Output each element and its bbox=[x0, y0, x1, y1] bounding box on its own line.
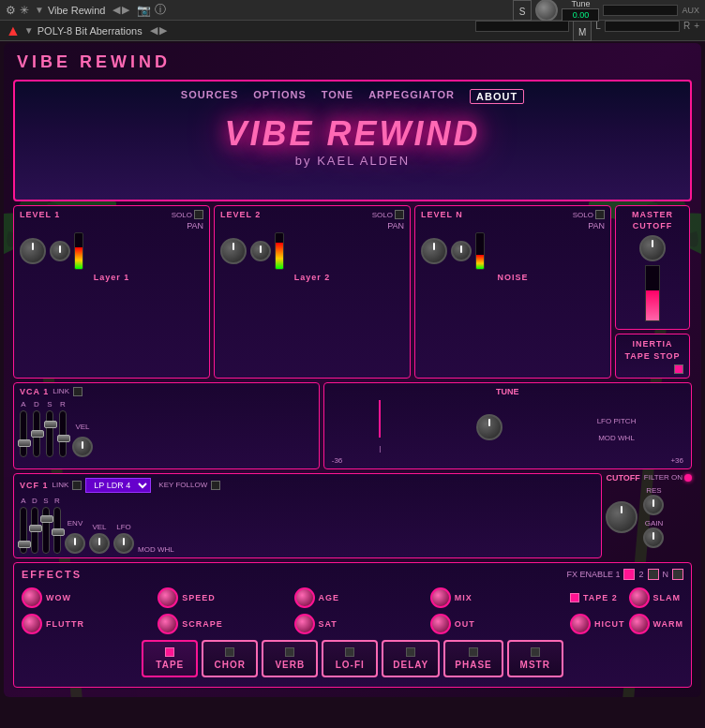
vca-s-thumb[interactable] bbox=[44, 421, 57, 428]
vca-s-slider[interactable] bbox=[46, 410, 53, 457]
tab-tone[interactable]: TONE bbox=[322, 89, 353, 104]
title-arrow[interactable]: ▼ bbox=[35, 5, 44, 15]
second-arrow[interactable]: ▼ bbox=[24, 25, 34, 36]
solo1-checkbox[interactable] bbox=[194, 210, 203, 219]
vcf-a-slider[interactable] bbox=[20, 507, 27, 554]
tab-arpeggiator[interactable]: ARPEGGIATOR bbox=[368, 89, 455, 104]
level2-knob[interactable] bbox=[220, 238, 247, 264]
fx-out-knob[interactable] bbox=[430, 614, 451, 634]
s-button[interactable]: S bbox=[513, 0, 532, 21]
vca-d-slider[interactable] bbox=[33, 410, 40, 457]
vcf-vel-knob[interactable] bbox=[89, 533, 110, 554]
vca-r-thumb[interactable] bbox=[57, 435, 70, 442]
fx-scrape-knob[interactable] bbox=[158, 614, 178, 634]
vca-a-thumb[interactable] bbox=[18, 439, 31, 447]
panN-knob[interactable] bbox=[451, 241, 472, 261]
soloN-checkbox[interactable] bbox=[595, 210, 605, 219]
vca-link-checkbox[interactable] bbox=[73, 387, 82, 396]
title-prev[interactable]: ◀ bbox=[112, 4, 120, 16]
fx-speed-knob[interactable] bbox=[158, 587, 178, 608]
tune-box: TUNE | LFO PITCH MOD WHL bbox=[323, 382, 692, 469]
gain-knob[interactable] bbox=[643, 527, 664, 548]
tape-button[interactable]: TAPE bbox=[142, 640, 198, 677]
level2-box: LEVEL 2 SOLO PAN Layer 2 bbox=[214, 205, 411, 379]
fx-sat-knob[interactable] bbox=[294, 614, 315, 634]
fx-sat: SAT bbox=[294, 614, 427, 634]
vcf-d-slider[interactable] bbox=[31, 507, 38, 554]
level1-box: LEVEL 1 SOLO PAN Layer 1 bbox=[13, 205, 210, 379]
inertia-label: INERTIATAPE STOP bbox=[622, 338, 683, 362]
r-button[interactable]: R bbox=[683, 21, 690, 41]
title-next[interactable]: ▶ bbox=[122, 4, 129, 16]
vcf-s-slider[interactable] bbox=[42, 507, 50, 554]
pan2-knob[interactable] bbox=[250, 241, 271, 261]
vca-vel-knob[interactable] bbox=[72, 437, 93, 457]
inertia-checkbox[interactable] bbox=[674, 364, 683, 374]
fx-fluttr: FLUTTR bbox=[22, 614, 154, 634]
fx-enable1-btn[interactable] bbox=[623, 569, 635, 580]
level1-knob[interactable] bbox=[20, 238, 46, 264]
preset-next[interactable]: ▶ bbox=[159, 24, 167, 37]
fx-speed-label: SPEED bbox=[182, 593, 216, 602]
vcf-env-knob[interactable] bbox=[65, 533, 85, 554]
effects-section: EFFECTS FX ENABLE 1 2 N WOW bbox=[13, 562, 692, 688]
vcf-env-label: ENV bbox=[68, 519, 82, 527]
preset-prev[interactable]: ◀ bbox=[150, 24, 158, 37]
tune-knob[interactable] bbox=[535, 0, 558, 22]
tab-sources[interactable]: SOURCES bbox=[181, 89, 238, 104]
m-button[interactable]: M bbox=[573, 21, 592, 41]
plus-icon[interactable]: + bbox=[694, 21, 699, 41]
vcf-d-thumb[interactable] bbox=[29, 525, 42, 532]
fx-slam-knob[interactable] bbox=[629, 587, 650, 608]
levelN-knob[interactable] bbox=[421, 238, 447, 264]
vca-d-thumb[interactable] bbox=[31, 430, 44, 438]
vca-a-slider[interactable] bbox=[20, 410, 27, 457]
phase-button[interactable]: PHASE bbox=[443, 640, 502, 677]
tab-about[interactable]: ABOUT bbox=[470, 89, 524, 104]
tab-options[interactable]: OPTIONS bbox=[253, 89, 307, 104]
fx-hicut-knob[interactable] bbox=[570, 614, 591, 634]
snowflake-icon[interactable]: ✳ bbox=[20, 4, 29, 17]
vcf-a-thumb[interactable] bbox=[18, 541, 31, 548]
chor-button[interactable]: CHOR bbox=[202, 640, 258, 677]
info-icon[interactable]: ⓘ bbox=[155, 2, 166, 18]
filter-on-led[interactable] bbox=[684, 474, 692, 482]
camera-icon[interactable]: 📷 bbox=[137, 4, 151, 17]
fx-age-knob[interactable] bbox=[294, 587, 315, 608]
instrument-title: VIBE REWIND bbox=[9, 49, 696, 76]
res-knob[interactable] bbox=[643, 495, 664, 515]
lofi-button[interactable]: LO-FI bbox=[322, 640, 378, 677]
l-button[interactable]: L bbox=[595, 21, 601, 41]
tune-knob-main[interactable] bbox=[476, 414, 502, 440]
fx-fluttr-knob[interactable] bbox=[22, 614, 42, 634]
settings-icon[interactable]: ⚙ bbox=[6, 4, 16, 17]
master-cutoff-knob[interactable] bbox=[639, 235, 666, 261]
key-follow-checkbox[interactable] bbox=[211, 481, 220, 490]
levels-section: LEVEL 1 SOLO PAN Layer 1 bbox=[13, 205, 692, 379]
vcf-s-thumb[interactable] bbox=[40, 515, 53, 523]
vcf-filter-select[interactable]: LP LDR 4 bbox=[85, 478, 151, 493]
vcf-r-thumb[interactable] bbox=[52, 528, 65, 536]
vcf-link-checkbox[interactable] bbox=[72, 481, 82, 490]
mstr-button[interactable]: MSTR bbox=[507, 640, 563, 677]
pan1-knob[interactable] bbox=[50, 241, 70, 261]
delay-button[interactable]: DELAY bbox=[382, 640, 440, 677]
vca-r-slider[interactable] bbox=[59, 410, 67, 457]
vcf-r-slider[interactable] bbox=[53, 507, 61, 554]
tape2-led[interactable] bbox=[570, 593, 579, 602]
level2-meter bbox=[275, 232, 284, 270]
verb-button[interactable]: VERB bbox=[262, 640, 318, 677]
vcf-lfo-knob[interactable] bbox=[113, 533, 134, 554]
fx-wow-knob[interactable] bbox=[22, 587, 42, 608]
fx-mix-knob[interactable] bbox=[430, 587, 451, 608]
res-label: RES bbox=[646, 486, 661, 495]
fx-wow: WOW bbox=[22, 587, 154, 608]
solo2-checkbox[interactable] bbox=[395, 210, 404, 219]
cutoff-knob[interactable] bbox=[606, 501, 638, 533]
fx-enable2-btn[interactable] bbox=[648, 569, 659, 580]
tune-label: Tune bbox=[571, 0, 590, 8]
fx-speed: SPEED bbox=[158, 587, 290, 608]
warm-label: WARM bbox=[653, 619, 684, 629]
fx-warm-knob[interactable] bbox=[629, 614, 650, 634]
fx-enableN-btn[interactable] bbox=[672, 569, 683, 580]
